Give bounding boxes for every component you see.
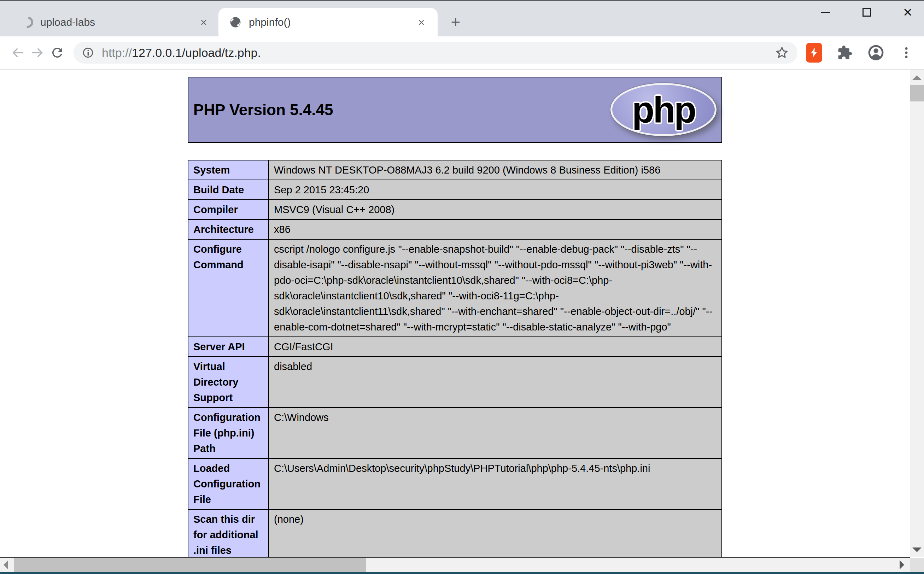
tab-title: phpinfo()	[249, 16, 414, 28]
info-value: C:\Windows	[269, 407, 722, 459]
info-value: CGI/FastCGI	[269, 337, 722, 356]
window-close-button[interactable]: ✕	[902, 7, 913, 18]
extension-lightning-icon[interactable]	[806, 43, 822, 63]
php-version-header: PHP Version 5.4.45 php	[188, 77, 722, 143]
url-text: http://127.0.0.1/upload/tz.php.	[102, 46, 775, 60]
table-row: Configuration File (php.ini) Path C:\Win…	[188, 407, 722, 459]
window-maximize-button[interactable]	[861, 7, 872, 18]
info-label: Server API	[188, 337, 269, 356]
table-row: Configure Command cscript /nologo config…	[188, 239, 722, 337]
scrollbar-corner	[910, 558, 924, 572]
tab-close-icon[interactable]: ×	[197, 15, 211, 29]
info-label: Configure Command	[188, 239, 269, 337]
loading-spinner-icon	[20, 14, 36, 30]
scroll-right-arrow-icon[interactable]	[900, 560, 904, 569]
window-minimize-button[interactable]	[820, 7, 831, 18]
browser-viewport: PHP Version 5.4.45 php System Windows NT…	[0, 69, 924, 557]
scroll-left-arrow-icon[interactable]	[3, 560, 8, 569]
vertical-scrollbar-thumb[interactable]	[910, 85, 924, 101]
info-label: Configuration File (php.ini) Path	[188, 407, 269, 459]
info-value: cscript /nologo configure.js "--enable-s…	[269, 239, 722, 337]
table-row: Server API CGI/FastCGI	[188, 337, 722, 356]
tab-upload-labs[interactable]: upload-labs ×	[9, 8, 218, 36]
table-row: Loaded Configuration File C:\Users\Admin…	[188, 459, 722, 509]
tab-title: upload-labs	[40, 16, 197, 28]
bookmark-star-icon[interactable]	[775, 46, 789, 60]
scroll-down-arrow-icon[interactable]	[912, 547, 921, 552]
vertical-scrollbar[interactable]	[910, 69, 924, 557]
browser-toolbar: http://127.0.0.1/upload/tz.php.	[0, 36, 924, 69]
info-label: Compiler	[188, 200, 269, 219]
toolbar-right-icons	[806, 43, 916, 63]
info-value: (none)	[269, 509, 722, 557]
info-label: Scan this dir for additional .ini files	[188, 509, 269, 557]
info-value: MSVC9 (Visual C++ 2008)	[269, 200, 722, 219]
table-row: Build Date Sep 2 2015 23:45:20	[188, 180, 722, 200]
info-label: Build Date	[188, 180, 269, 200]
page-title: PHP Version 5.4.45	[188, 101, 333, 119]
extensions-puzzle-icon[interactable]	[837, 45, 853, 60]
info-value: disabled	[269, 356, 722, 407]
info-value: Sep 2 2015 23:45:20	[269, 180, 722, 200]
scroll-up-arrow-icon[interactable]	[912, 75, 921, 80]
window-bottom-edge	[0, 572, 924, 574]
tab-phpinfo[interactable]: phpinfo() ×	[218, 8, 438, 36]
tab-strip: upload-labs × phpinfo() × + ✕	[0, 1, 924, 36]
globe-favicon-icon	[229, 16, 242, 28]
page-info-icon[interactable]	[82, 47, 94, 59]
horizontal-scrollbar[interactable]	[0, 558, 910, 572]
info-value: Windows NT DESKTOP-O88MAJ3 6.2 build 920…	[269, 160, 722, 180]
window-controls: ✕	[820, 7, 913, 18]
info-value: x86	[269, 219, 722, 239]
phpinfo-table: System Windows NT DESKTOP-O88MAJ3 6.2 bu…	[188, 160, 722, 557]
info-label: System	[188, 160, 269, 180]
info-label: Architecture	[188, 219, 269, 239]
profile-avatar-icon[interactable]	[867, 44, 885, 61]
back-button[interactable]	[8, 43, 28, 63]
table-row: System Windows NT DESKTOP-O88MAJ3 6.2 bu…	[188, 160, 722, 180]
menu-kebab-icon[interactable]	[899, 46, 913, 60]
info-label: Virtual Directory Support	[188, 356, 269, 407]
table-row: Architecture x86	[188, 219, 722, 239]
reload-button[interactable]	[47, 43, 67, 63]
url-address-bar[interactable]: http://127.0.0.1/upload/tz.php.	[74, 42, 798, 64]
info-value: C:\Users\Admin\Desktop\security\phpStudy…	[269, 459, 722, 509]
table-row: Virtual Directory Support disabled	[188, 356, 722, 407]
forward-button[interactable]	[28, 43, 47, 63]
php-logo: php	[610, 83, 716, 136]
info-label: Loaded Configuration File	[188, 459, 269, 509]
phpinfo-page: PHP Version 5.4.45 php System Windows NT…	[0, 69, 910, 557]
horizontal-scrollbar-thumb[interactable]	[14, 558, 366, 572]
tab-close-icon[interactable]: ×	[414, 15, 429, 29]
table-row: Scan this dir for additional .ini files …	[188, 509, 722, 557]
new-tab-button[interactable]: +	[446, 13, 465, 32]
table-row: Compiler MSVC9 (Visual C++ 2008)	[188, 200, 722, 219]
